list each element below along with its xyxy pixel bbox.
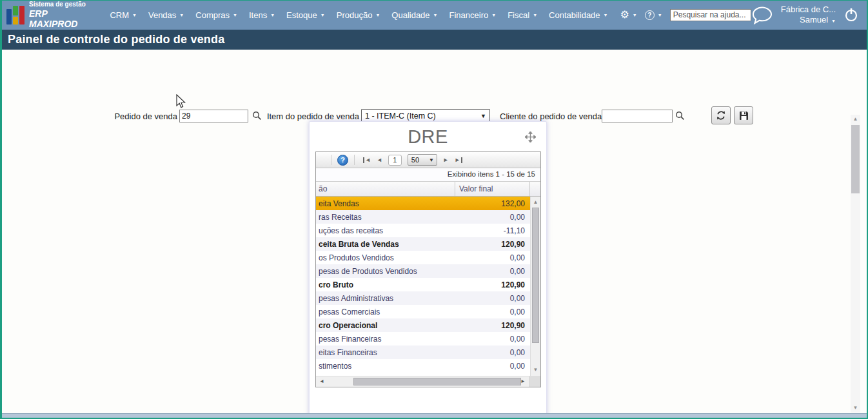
table-row[interactable]: pesas Administrativas0,00 — [316, 291, 530, 305]
scrollbar-thumb[interactable] — [851, 125, 860, 193]
row-description: ras Receitas — [316, 213, 455, 222]
menu-financeiro[interactable]: Financeiro▼ — [444, 10, 502, 20]
menu-qualidade[interactable]: Qualidade▼ — [386, 10, 443, 20]
search-icon[interactable] — [675, 111, 685, 121]
row-value: -11,10 — [455, 226, 530, 235]
menu-crm[interactable]: CRM▼ — [104, 10, 143, 20]
row-description: stimentos — [316, 362, 455, 371]
scroll-down-icon[interactable]: ▼ — [531, 365, 540, 375]
pager-last-button[interactable]: ► — [455, 157, 462, 163]
scrollbar-thumb[interactable] — [532, 208, 539, 343]
pager-first-button[interactable]: ◄ — [363, 157, 371, 163]
pager-size-select[interactable]: 50 ▼ — [408, 154, 437, 166]
menu-compras[interactable]: Compras▼ — [190, 10, 243, 20]
settings-menu[interactable]: ⚙ ▼ — [616, 10, 641, 20]
scroll-right-icon[interactable]: ► — [518, 376, 528, 387]
chevron-down-icon: ▼ — [233, 13, 237, 17]
grid-rows: eita Vendas132,00 ras Receitas0,00 uções… — [316, 197, 530, 373]
refresh-icon — [716, 110, 726, 121]
table-row[interactable]: ras Receitas0,00 — [316, 210, 530, 224]
customer-input[interactable] — [602, 110, 673, 122]
help-search-input[interactable] — [670, 9, 751, 21]
table-row[interactable]: ceita Bruta de Vendas120,90 — [316, 237, 530, 251]
table-row[interactable]: stimentos0,00 — [316, 359, 530, 373]
help-menu[interactable]: ? ▼ — [641, 10, 666, 20]
row-description: pesas Administrativas — [316, 294, 455, 303]
row-description: eita Vendas — [316, 199, 455, 208]
grid-help-icon[interactable]: ? — [337, 155, 348, 166]
power-logout-icon[interactable] — [843, 7, 859, 23]
row-value: 120,90 — [455, 321, 530, 330]
grid-horizontal-scrollbar[interactable]: ◄ ► — [316, 376, 540, 387]
grid-vertical-scrollbar[interactable]: ▲ ▼ — [530, 197, 540, 376]
mouse-cursor — [176, 94, 186, 109]
menu-fiscal[interactable]: Fiscal▼ — [502, 10, 543, 20]
menu-producao[interactable]: Produção▼ — [331, 10, 386, 20]
grid-status-text: Exibindo itens 1 - 15 de 15 — [316, 168, 540, 182]
save-button[interactable] — [734, 106, 753, 124]
row-value: 0,00 — [455, 253, 530, 262]
scroll-left-icon[interactable]: ◄ — [317, 376, 326, 387]
chevron-down-icon: ▼ — [480, 113, 486, 119]
table-row[interactable]: eita Vendas132,00 — [316, 197, 530, 210]
row-value: 120,90 — [455, 240, 530, 249]
chevron-down-icon: ▼ — [321, 13, 325, 17]
app-logo[interactable]: Sistema de gestão ERP MAXIPROD — [6, 1, 95, 29]
page-vertical-scrollbar[interactable]: ▲ ▼ — [851, 115, 860, 413]
column-header-description[interactable]: ão — [316, 182, 455, 196]
dre-grid: ? ◄ ◄ 50 ▼ ► ► Exibindo itens 1 - 15 de … — [315, 151, 541, 387]
save-icon — [739, 111, 749, 121]
menu-estoque[interactable]: Estoque▼ — [281, 10, 331, 20]
scroll-up-icon[interactable]: ▲ — [531, 198, 540, 207]
table-row[interactable]: os Produtos Vendidos0,00 — [316, 251, 530, 264]
order-input[interactable] — [179, 110, 248, 122]
pager-page-input[interactable] — [388, 155, 402, 166]
chevron-down-icon: ▼ — [132, 13, 137, 17]
table-row[interactable]: pesas Financeiras0,00 — [316, 332, 530, 346]
row-value: 0,00 — [455, 307, 530, 317]
row-value: 0,00 — [455, 362, 530, 371]
scroll-up-icon[interactable]: ▲ — [851, 115, 860, 124]
gear-icon: ⚙ — [620, 10, 629, 20]
table-row[interactable]: pesas de Produtos Vendidos0,00 — [316, 264, 530, 278]
grid-header: ão Valor final — [316, 182, 540, 197]
user-menu[interactable]: Samuel▼ — [781, 15, 836, 25]
row-value: 132,00 — [455, 199, 530, 208]
menu-vendas[interactable]: Vendas▼ — [143, 10, 190, 20]
row-description: ceita Bruta de Vendas — [316, 240, 455, 249]
filters-bar: Pedido de venda Item do pedido de venda … — [0, 50, 868, 88]
menu-itens[interactable]: Itens▼ — [243, 10, 281, 20]
company-name[interactable]: Fábrica de C... — [781, 5, 836, 15]
table-row[interactable]: pesas Comerciais0,00 — [316, 305, 530, 318]
menu-contabilidade[interactable]: Contabilidade▼ — [543, 10, 613, 20]
pager-next-button[interactable]: ► — [443, 157, 449, 163]
row-value: 0,00 — [455, 294, 530, 303]
row-value: 120,90 — [455, 280, 530, 289]
item-label: Item do pedido de venda — [258, 112, 359, 121]
refresh-button[interactable] — [711, 106, 731, 124]
logo-subtitle: Sistema de gestão — [29, 1, 95, 8]
main-menu: CRM▼ Vendas▼ Compras▼ Itens▼ Estoque▼ Pr… — [104, 10, 613, 20]
pager: ◄ ◄ 50 ▼ ► ► — [363, 154, 462, 166]
row-description: cro Bruto — [316, 280, 455, 289]
grid-toolbar: ? ◄ ◄ 50 ▼ ► ► — [316, 152, 540, 168]
table-row[interactable]: eitas Financeiras0,00 — [316, 346, 530, 359]
row-description: cro Operacional — [316, 321, 455, 330]
pager-prev-button[interactable]: ◄ — [377, 157, 382, 163]
chevron-down-icon: ▼ — [433, 13, 438, 17]
chevron-down-icon: ▼ — [491, 13, 496, 17]
row-description: pesas Financeiras — [316, 335, 455, 344]
chevron-down-icon: ▼ — [604, 13, 608, 17]
scroll-down-icon[interactable]: ▼ — [851, 404, 860, 413]
table-row[interactable]: cro Bruto120,90 — [316, 278, 530, 291]
table-row[interactable]: cro Operacional120,90 — [316, 318, 530, 332]
table-row[interactable]: uções das receitas-11,10 — [316, 224, 530, 237]
row-description: uções das receitas — [316, 226, 455, 235]
row-value: 0,00 — [455, 335, 530, 344]
top-navigation-bar: Sistema de gestão ERP MAXIPROD CRM▼ Vend… — [0, 0, 868, 30]
column-header-valor-final[interactable]: Valor final — [455, 182, 530, 196]
chevron-down-icon: ▼ — [831, 19, 836, 23]
move-panel-icon[interactable] — [525, 132, 536, 142]
chat-bubble-icon[interactable] — [751, 6, 773, 24]
scrollbar-thumb[interactable] — [353, 378, 521, 385]
